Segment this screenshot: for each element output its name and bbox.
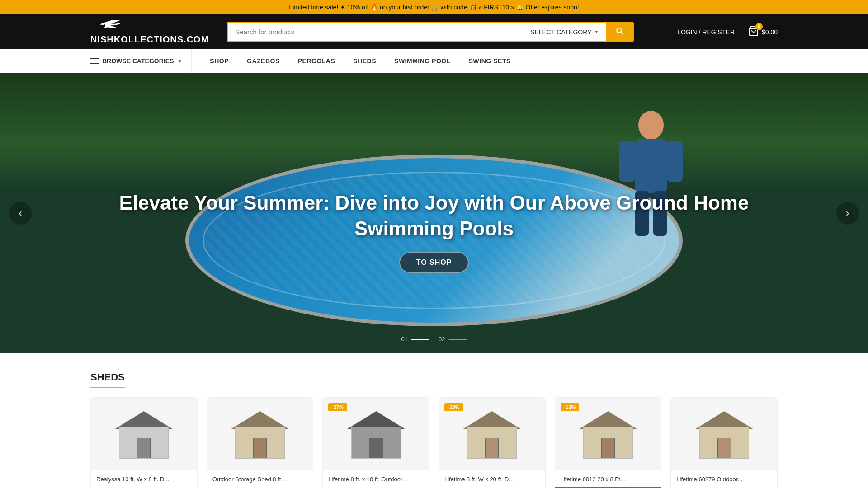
product-name: Lifetime 6012 20 x 8 Ft... (561, 475, 656, 488)
shed-body (351, 427, 401, 459)
svg-rect-1 (635, 139, 667, 193)
product-info: Lifetime 8 ft. x 10 ft. Outdoor... (323, 470, 429, 488)
hero-cta-label: TO SHOP (416, 258, 452, 266)
shed-illustration (347, 409, 406, 459)
indicator-2-label: 02 (439, 336, 445, 343)
product-image (207, 398, 313, 470)
cart-total: $0.00 (762, 28, 778, 36)
logo[interactable]: NISHKOLLECTIONS.COM (90, 19, 209, 45)
hero-next-button[interactable]: › (836, 202, 859, 225)
shed-body (699, 427, 749, 459)
hero-title: Elevate Your Summer: Dive into Joy with … (90, 190, 778, 241)
nav-swing-sets[interactable]: SWING SETS (460, 49, 520, 73)
product-info: Lifetime 8 ft. W x 20 ft. D... (439, 470, 545, 488)
product-card[interactable]: -23% Lifetime 8 ft. W x 20 ft. D... (439, 397, 546, 488)
product-image (671, 398, 777, 470)
shed-illustration (462, 409, 521, 459)
cart-icon-wrap: 0 (748, 26, 759, 38)
chevron-down-icon: ▼ (594, 29, 599, 34)
select-category-label: SELECT CATEGORY (530, 28, 591, 36)
shed-door (137, 438, 151, 458)
browse-categories-label: BROWSE CATEGORIES (102, 57, 174, 65)
product-name: Realyssa 10 ft. W x 8 ft. D... (96, 475, 192, 488)
search-icon (615, 26, 624, 38)
hero-section: ‹ Elevate Your Summer: Dive into Joy wit… (0, 73, 868, 353)
search-input[interactable] (228, 23, 523, 41)
nav-sheds[interactable]: SHEDS (344, 49, 385, 73)
cart-badge: 0 (755, 23, 763, 30)
product-card[interactable]: Outdoor Storage Shed 8 ft... (207, 397, 314, 488)
nav-links: SHOP GAZEBOS PERGOLAS SHEDS SWIMMING POO… (201, 49, 519, 73)
login-register-button[interactable]: LOGIN / REGISTER (677, 28, 735, 36)
hero-indicator-2[interactable]: 02 (439, 336, 467, 343)
shed-illustration (579, 409, 637, 459)
product-card[interactable]: Realyssa 10 ft. W x 8 ft. D... (90, 397, 198, 488)
product-name: Outdoor Storage Shed 8 ft... (212, 475, 308, 488)
promo-text: Limited time sale! ✦ 10% off 🔥 on your f… (289, 4, 579, 11)
shed-illustration (114, 409, 173, 459)
shed-roof (231, 411, 289, 429)
hero-indicator-1[interactable]: 01 (401, 336, 429, 343)
product-info: Lifetime 6012 20 x 8 Ft... (555, 470, 661, 488)
hero-indicators: 01 02 (401, 336, 467, 343)
hero-content: Elevate Your Summer: Dive into Joy with … (0, 190, 868, 273)
svg-point-0 (638, 111, 664, 140)
product-info: Realyssa 10 ft. W x 8 ft. D... (91, 470, 197, 488)
hamburger-icon (90, 58, 99, 64)
shed-roof (695, 411, 754, 429)
nav-pergolas[interactable]: PERGOLAS (289, 49, 344, 73)
indicator-1-line (411, 339, 429, 340)
shed-roof (114, 411, 173, 429)
browse-categories-button[interactable]: BROWSE CATEGORIES ▼ (90, 49, 192, 73)
product-image (91, 398, 197, 470)
hero-prev-button[interactable]: ‹ (9, 202, 32, 225)
search-bar: SELECT CATEGORY ▼ (227, 22, 634, 42)
shed-body (119, 427, 169, 459)
shed-body (583, 427, 633, 459)
shed-roof (462, 411, 521, 429)
product-info: Lifetime 60279 Outdoor... (671, 470, 777, 488)
product-name: Lifetime 60279 Outdoor... (676, 475, 772, 488)
nav-swimming-pool[interactable]: SWIMMING POOL (385, 49, 460, 73)
svg-rect-3 (667, 141, 683, 182)
cart-button[interactable]: 0 $0.00 (748, 26, 778, 38)
product-card[interactable]: Lifetime 60279 Outdoor... (670, 397, 778, 488)
shed-roof (347, 411, 406, 429)
shed-body (235, 427, 285, 459)
sheds-section: SHEDS Realyssa 10 ft. W x 8 ft. D... (0, 353, 868, 488)
left-arrow-icon: ‹ (19, 207, 22, 219)
browse-chevron-icon: ▼ (177, 58, 182, 64)
shed-illustration (231, 409, 289, 459)
shed-door (253, 438, 267, 458)
product-discount-badge: -12% (561, 403, 580, 411)
shed-roof (579, 411, 637, 429)
logo-bird-icon (90, 19, 127, 34)
shed-body (467, 427, 517, 459)
nav-shop[interactable]: SHOP (201, 49, 238, 73)
header: NISHKOLLECTIONS.COM SELECT CATEGORY ▼ LO… (0, 14, 868, 49)
hero-cta-button[interactable]: TO SHOP (399, 252, 469, 273)
products-grid: Realyssa 10 ft. W x 8 ft. D... Outdoor S… (90, 397, 778, 488)
search-button[interactable] (606, 23, 633, 41)
product-discount-badge: -27% (328, 403, 347, 411)
product-name: Lifetime 8 ft. W x 20 ft. D... (444, 475, 540, 488)
indicator-2-line (448, 339, 467, 340)
shed-door (717, 438, 731, 458)
indicator-1-label: 01 (401, 336, 408, 343)
product-card[interactable]: -12% FOUNDATION REQUIRED Lifetime 6012 2… (555, 397, 662, 488)
right-arrow-icon: › (846, 207, 849, 219)
nav-gazebos[interactable]: GAZEBOS (238, 49, 289, 73)
sheds-section-title: SHEDS (90, 371, 125, 388)
svg-rect-2 (619, 141, 635, 182)
promo-banner: Limited time sale! ✦ 10% off 🔥 on your f… (0, 0, 868, 14)
cart-icon (748, 30, 759, 38)
product-name: Lifetime 8 ft. x 10 ft. Outdoor... (328, 475, 424, 488)
product-discount-badge: -23% (444, 403, 463, 411)
shed-door (601, 438, 615, 458)
shed-door (369, 438, 383, 458)
navigation: BROWSE CATEGORIES ▼ SHOP GAZEBOS PERGOLA… (0, 49, 868, 73)
logo-text: NISHKOLLECTIONS.COM (90, 34, 209, 45)
select-category-button[interactable]: SELECT CATEGORY ▼ (523, 23, 606, 41)
header-right: LOGIN / REGISTER 0 $0.00 (677, 26, 778, 38)
product-card[interactable]: -27% Lifetime 8 ft. x 10 ft. Outdoor... (322, 397, 429, 488)
